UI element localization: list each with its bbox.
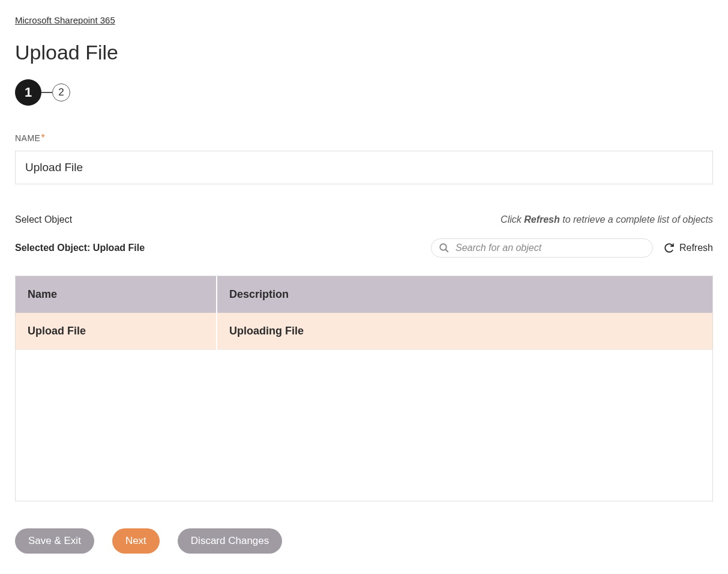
svg-point-0 — [440, 244, 447, 250]
name-field-group: NAME* — [15, 133, 713, 184]
table-row[interactable]: Upload File Uploading File — [16, 313, 712, 350]
step-1[interactable]: 1 — [15, 79, 41, 106]
page-title: Upload File — [15, 41, 713, 64]
table-header-row: Name Description — [16, 276, 712, 313]
name-label: NAME — [15, 133, 40, 143]
step-connector — [41, 92, 52, 93]
stepper: 1 2 — [15, 79, 713, 106]
cell-description: Uploading File — [217, 313, 712, 350]
search-input[interactable] — [450, 243, 645, 253]
header-name[interactable]: Name — [16, 276, 217, 313]
refresh-icon — [664, 243, 675, 253]
save-exit-button[interactable]: Save & Exit — [15, 528, 94, 554]
header-description[interactable]: Description — [217, 276, 712, 313]
refresh-label: Refresh — [679, 243, 713, 253]
breadcrumb-link[interactable]: Microsoft Sharepoint 365 — [15, 15, 115, 25]
object-table: Name Description Upload File Uploading F… — [15, 276, 713, 501]
name-input[interactable] — [15, 151, 713, 184]
step-2[interactable]: 2 — [52, 83, 70, 101]
cell-name: Upload File — [16, 313, 217, 350]
discard-button[interactable]: Discard Changes — [178, 528, 282, 554]
select-object-label: Select Object — [15, 214, 72, 225]
required-asterisk: * — [41, 133, 44, 143]
selected-object-label: Selected Object: Upload File — [15, 243, 145, 253]
next-button[interactable]: Next — [112, 528, 160, 554]
refresh-button[interactable]: Refresh — [664, 243, 713, 253]
button-row: Save & Exit Next Discard Changes — [15, 528, 713, 554]
search-icon — [439, 243, 450, 253]
svg-line-1 — [445, 249, 448, 252]
search-wrap — [431, 238, 653, 258]
refresh-hint: Click Refresh to retrieve a complete lis… — [501, 214, 713, 225]
